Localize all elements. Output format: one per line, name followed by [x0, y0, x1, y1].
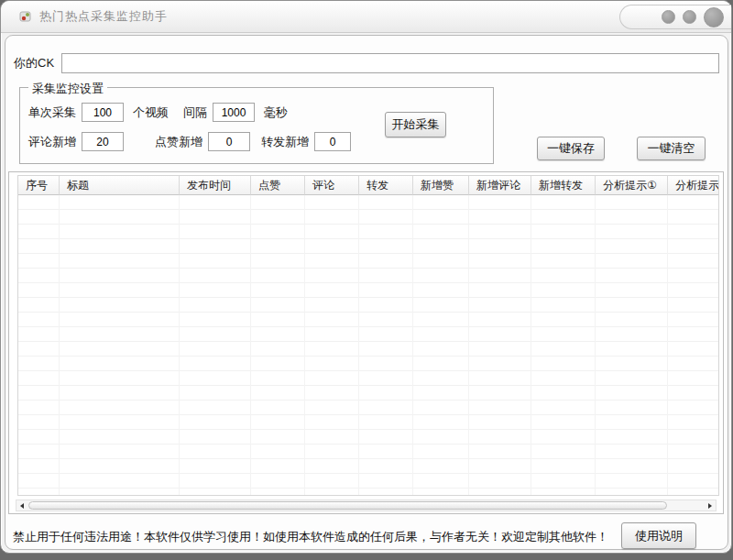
ck-label: 你的CK: [14, 55, 54, 71]
start-collect-button[interactable]: 开始采集: [385, 112, 446, 137]
comment-new-input[interactable]: [82, 132, 124, 151]
table-body-column: [668, 195, 718, 495]
table-header-row: 序号 标题 发布时间 点赞 评论 转发 新增赞 新增评论 新增转发 分析提示① …: [18, 176, 718, 195]
scroll-right-arrow-icon[interactable]: [708, 503, 712, 509]
column-header-new-forwards[interactable]: 新增转发: [531, 176, 596, 195]
column-header-index[interactable]: 序号: [18, 176, 60, 195]
like-new-input[interactable]: [208, 132, 250, 151]
table-body-column: [180, 195, 251, 495]
column-header-comments[interactable]: 评论: [305, 176, 359, 195]
disclaimer-text: 禁止用于任何违法用途！本软件仅供学习使用！如使用本软件造成的任何后果，与作者无关…: [13, 529, 608, 545]
close-button[interactable]: [704, 7, 724, 27]
app-window: 热门热点采集监控助手 你的CK 采集监控设置 单次采集 个视频 间隔 毫秒 评论…: [0, 0, 732, 554]
table-body-column: [359, 195, 413, 495]
minimize-button[interactable]: [662, 10, 675, 24]
column-header-forwards[interactable]: 转发: [359, 176, 413, 195]
table-body-column: [469, 195, 531, 495]
forward-new-input[interactable]: [314, 132, 351, 151]
forward-new-label: 转发新增: [261, 134, 309, 150]
app-icon: [19, 10, 32, 23]
column-header-new-likes[interactable]: 新增赞: [413, 176, 469, 195]
settings-group-title: 采集监控设置: [28, 81, 107, 97]
save-button[interactable]: 一键保存: [537, 137, 605, 160]
help-button[interactable]: 使用说明: [621, 522, 696, 549]
column-header-new-comments[interactable]: 新增评论: [469, 176, 531, 195]
results-table-panel: 序号 标题 发布时间 点赞 评论 转发 新增赞 新增评论 新增转发 分析提示① …: [8, 171, 724, 514]
settings-row-1: 单次采集 个视频 间隔 毫秒: [28, 103, 288, 122]
scroll-left-arrow-icon[interactable]: [20, 503, 24, 509]
interval-input[interactable]: [213, 103, 255, 122]
column-header-analysis-1[interactable]: 分析提示①: [596, 176, 668, 195]
maximize-button[interactable]: [683, 10, 696, 24]
window-title: 热门热点采集监控助手: [39, 8, 168, 25]
column-header-title[interactable]: 标题: [60, 176, 180, 195]
single-collect-input[interactable]: [82, 103, 124, 122]
title-bar[interactable]: 热门热点采集监控助手: [1, 1, 731, 33]
table-body-column: [60, 195, 180, 495]
main-panel: 你的CK 采集监控设置 单次采集 个视频 间隔 毫秒 评论新增 点赞新增 转发新…: [5, 35, 728, 550]
single-collect-label: 单次采集: [28, 104, 76, 121]
settings-row-2: 评论新增 点赞新增 转发新增: [28, 132, 351, 151]
interval-suffix: 毫秒: [264, 104, 288, 121]
comment-new-label: 评论新增: [28, 134, 76, 150]
ck-input[interactable]: [61, 53, 719, 73]
results-listview: 序号 标题 发布时间 点赞 评论 转发 新增赞 新增评论 新增转发 分析提示① …: [17, 175, 719, 496]
table-body-column: [413, 195, 469, 495]
like-new-label: 点赞新增: [155, 134, 202, 150]
table-body-column: [596, 195, 668, 495]
column-header-analysis-2[interactable]: 分析提示②: [668, 176, 718, 195]
interval-label: 间隔: [183, 104, 207, 121]
horizontal-scrollbar[interactable]: [16, 500, 717, 511]
column-header-publish-time[interactable]: 发布时间: [180, 176, 251, 195]
table-body: [18, 195, 718, 495]
table-body-column: [305, 195, 359, 495]
settings-groupbox: 采集监控设置 单次采集 个视频 间隔 毫秒 评论新增 点赞新增 转发新增 开始采…: [19, 87, 494, 164]
clear-button[interactable]: 一键清空: [637, 137, 706, 160]
column-header-likes[interactable]: 点赞: [251, 176, 305, 195]
horizontal-scrollbar-thumb[interactable]: [28, 501, 667, 510]
table-body-column: [251, 195, 305, 495]
single-collect-suffix: 个视频: [133, 104, 169, 121]
window-controls: [619, 5, 731, 29]
table-body-column: [18, 195, 60, 495]
ck-row: 你的CK: [14, 53, 719, 73]
table-body-column: [531, 195, 596, 495]
